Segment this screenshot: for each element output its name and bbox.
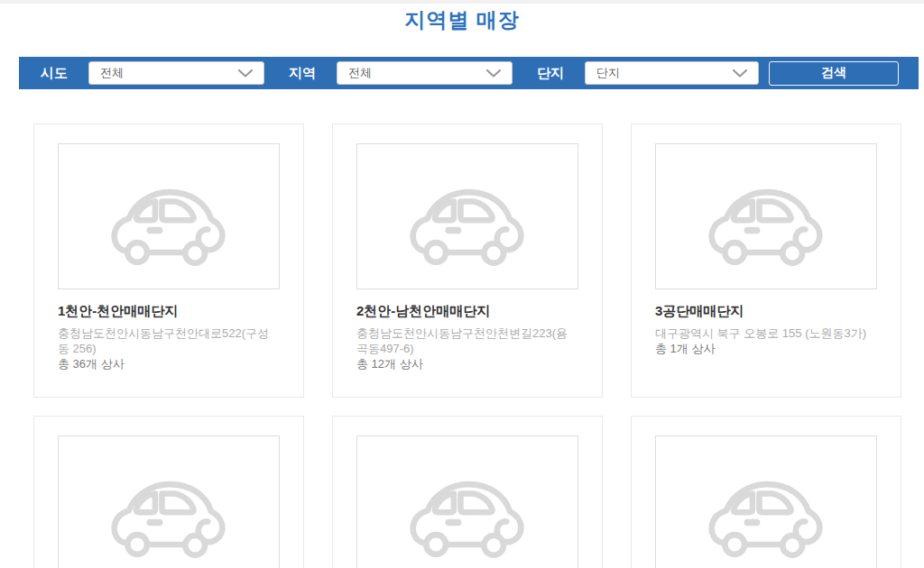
store-card-count: 총 36개 상사: [58, 356, 280, 371]
complex-select[interactable]: 단지: [585, 61, 759, 85]
store-card-count: 총 12개 상사: [356, 356, 578, 371]
chevron-down-icon: [733, 69, 747, 78]
store-card-address: 충청남도천안시동남구천안대로522(구성동 256): [58, 325, 280, 356]
province-select-value: 전체: [100, 65, 124, 81]
region-select[interactable]: 전체: [337, 61, 513, 85]
search-button[interactable]: 검색: [769, 61, 899, 86]
store-card-address: 대구광역시 북구 오봉로 155 (노원동3가): [655, 325, 877, 341]
store-card[interactable]: [631, 416, 901, 568]
store-card-grid: 1천안-천안매매단지 충청남도천안시동남구천안대로522(구성동 256) 총 …: [33, 124, 902, 568]
car-icon: [111, 472, 226, 558]
store-card-title: 2천안-남천안매매단지: [356, 303, 578, 320]
store-image-placeholder: [655, 435, 877, 568]
car-icon: [111, 179, 226, 266]
car-icon: [708, 472, 824, 558]
store-card[interactable]: 1천안-천안매매단지 충청남도천안시동남구천안대로522(구성동 256) 총 …: [33, 124, 304, 398]
store-card[interactable]: 2천안-남천안매매단지 충청남도천안시동남구천안천변길223(용곡동497-6)…: [332, 124, 603, 398]
complex-label: 단지: [537, 65, 564, 82]
car-icon: [410, 472, 525, 558]
page-title: 지역별 매장: [0, 6, 924, 34]
store-image-placeholder: [58, 143, 280, 289]
region-select-value: 전체: [348, 65, 372, 81]
car-icon: [708, 179, 824, 266]
store-card-count: 총 1개 상사: [655, 341, 877, 356]
store-card-title: 3공단매매단지: [655, 303, 877, 320]
province-select[interactable]: 전체: [88, 61, 264, 85]
store-filter-bar: 시도 전체 지역 전체 단지 단지 검색: [19, 57, 919, 89]
chevron-down-icon: [238, 69, 253, 78]
store-card[interactable]: 3공단매매단지 대구광역시 북구 오봉로 155 (노원동3가) 총 1개 상사: [631, 124, 901, 398]
store-image-placeholder: [356, 435, 578, 568]
store-image-placeholder: [356, 143, 578, 289]
store-card[interactable]: [33, 416, 304, 568]
top-divider: [0, 0, 924, 4]
complex-select-value: 단지: [596, 65, 620, 81]
store-card-address: 충청남도천안시동남구천안천변길223(용곡동497-6): [356, 325, 578, 356]
car-icon: [410, 179, 525, 266]
store-image-placeholder: [58, 435, 280, 568]
region-label: 지역: [289, 65, 316, 82]
store-card[interactable]: [332, 416, 603, 568]
store-image-placeholder: [655, 143, 877, 289]
chevron-down-icon: [486, 69, 501, 78]
province-label: 시도: [41, 65, 68, 82]
store-card-title: 1천안-천안매매단지: [58, 303, 280, 320]
